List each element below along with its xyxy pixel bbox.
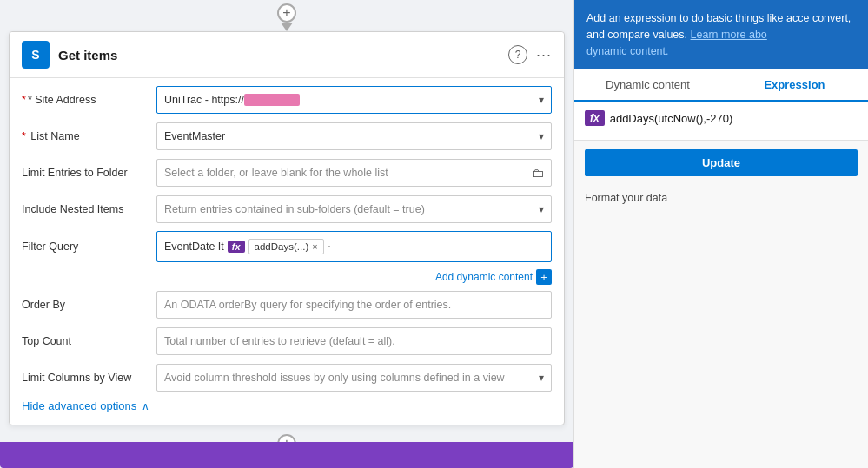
- nested-items-dropdown-icon: ▾: [539, 203, 544, 215]
- more-options-icon[interactable]: ···: [536, 46, 552, 64]
- list-name-dropdown-icon: ▾: [539, 130, 544, 142]
- limit-columns-row: Limit Columns by View Avoid column thres…: [22, 363, 552, 392]
- order-by-input[interactable]: An ODATA orderBy query for specifying th…: [156, 291, 552, 319]
- nested-items-placeholder: Return entries contained in sub-folders …: [164, 203, 539, 215]
- top-count-input[interactable]: Total number of entries to retrieve (def…: [156, 327, 552, 355]
- site-address-label: ** Site Address: [22, 94, 156, 106]
- site-address-value: UniTrac - https://: [164, 94, 539, 106]
- token-remove-icon[interactable]: ×: [312, 241, 317, 252]
- filter-prefix-text: EventDate It: [164, 241, 224, 253]
- limit-columns-dropdown-icon: ▾: [539, 372, 544, 384]
- right-panel: Add an expression to do basic things lik…: [573, 0, 868, 468]
- dot-separator: ·: [328, 239, 331, 254]
- info-link1[interactable]: Learn more abo: [691, 29, 767, 41]
- card-header: S Get items ? ···: [10, 32, 564, 78]
- next-card-strip: [0, 442, 573, 468]
- info-link2[interactable]: dynamic content.: [586, 45, 669, 57]
- nested-items-label: Include Nested Items: [22, 203, 156, 215]
- update-button[interactable]: Update: [585, 149, 858, 176]
- filter-query-input[interactable]: EventDate It fx addDays(...) × ·: [156, 231, 552, 262]
- limit-columns-input[interactable]: Avoid column threshold issues by only us…: [156, 364, 552, 392]
- hide-advanced-label: Hide advanced options: [22, 399, 136, 412]
- limit-folder-placeholder: Select a folder, or leave blank for the …: [164, 167, 532, 179]
- list-name-value: EventMaster: [164, 130, 539, 142]
- filter-query-row: Filter Query EventDate It fx addDays(...…: [22, 231, 552, 262]
- card-icon: S: [22, 41, 50, 69]
- expression-area: fx: [574, 102, 868, 141]
- fx-label: fx: [585, 110, 605, 126]
- folder-icon: 🗀: [532, 166, 544, 180]
- help-icon[interactable]: ?: [508, 45, 527, 64]
- filter-token-chip[interactable]: addDays(...) ×: [248, 239, 324, 254]
- filter-query-label: Filter Query: [22, 241, 156, 253]
- limit-columns-label: Limit Columns by View: [22, 372, 156, 384]
- token-text: addDays(...): [255, 241, 309, 252]
- limit-columns-placeholder: Avoid column threshold issues by only us…: [164, 372, 539, 384]
- nested-items-input[interactable]: Return entries contained in sub-folders …: [156, 195, 552, 223]
- add-step-top[interactable]: +: [277, 3, 296, 23]
- list-name-input[interactable]: EventMaster ▾: [156, 122, 552, 150]
- limit-folder-row: Limit Entries to Folder Select a folder,…: [22, 158, 552, 188]
- list-name-label: * List Name: [22, 130, 156, 142]
- card-title: Get items: [58, 48, 500, 63]
- fx-badge: fx: [228, 241, 245, 253]
- site-address-input[interactable]: UniTrac - https:// ▾: [156, 86, 552, 114]
- top-count-placeholder: Total number of entries to retrieve (def…: [164, 335, 544, 347]
- add-dynamic-link[interactable]: Add dynamic content: [435, 271, 533, 283]
- limit-folder-label: Limit Entries to Folder: [22, 167, 156, 179]
- add-dynamic-row: Add dynamic content +: [22, 269, 552, 285]
- get-items-card: S Get items ? ··· ** Site Address UniTra…: [9, 31, 565, 425]
- expression-label-row: fx: [585, 110, 858, 126]
- list-name-row: * List Name EventMaster ▾: [22, 122, 552, 151]
- card-body: ** Site Address UniTrac - https:// ▾ * L…: [10, 78, 564, 425]
- connector-top: +: [277, 0, 296, 31]
- order-by-row: Order By An ODATA orderBy query for spec…: [22, 290, 552, 320]
- limit-folder-input[interactable]: Select a folder, or leave blank for the …: [156, 159, 552, 187]
- top-count-label: Top Count: [22, 335, 156, 347]
- panel-tabs: Dynamic content Expression: [574, 69, 868, 102]
- chevron-up-icon: ∧: [142, 400, 149, 412]
- top-count-row: Top Count Total number of entries to ret…: [22, 326, 552, 356]
- order-by-placeholder: An ODATA orderBy query for specifying th…: [164, 299, 544, 311]
- add-dynamic-plus-button[interactable]: +: [536, 269, 552, 285]
- nested-items-row: Include Nested Items Return entries cont…: [22, 194, 552, 224]
- site-address-dropdown-icon: ▾: [539, 94, 544, 106]
- order-by-label: Order By: [22, 299, 156, 311]
- info-box: Add an expression to do basic things lik…: [574, 0, 868, 69]
- arrow-down-top: [281, 23, 293, 31]
- tab-dynamic-content[interactable]: Dynamic content: [574, 69, 721, 100]
- format-data-label: Format your data: [574, 185, 868, 211]
- site-address-row: ** Site Address UniTrac - https:// ▾: [22, 85, 552, 115]
- expression-input[interactable]: [610, 112, 858, 125]
- tab-expression[interactable]: Expression: [721, 69, 868, 102]
- hide-advanced-options[interactable]: Hide advanced options ∧: [22, 399, 552, 412]
